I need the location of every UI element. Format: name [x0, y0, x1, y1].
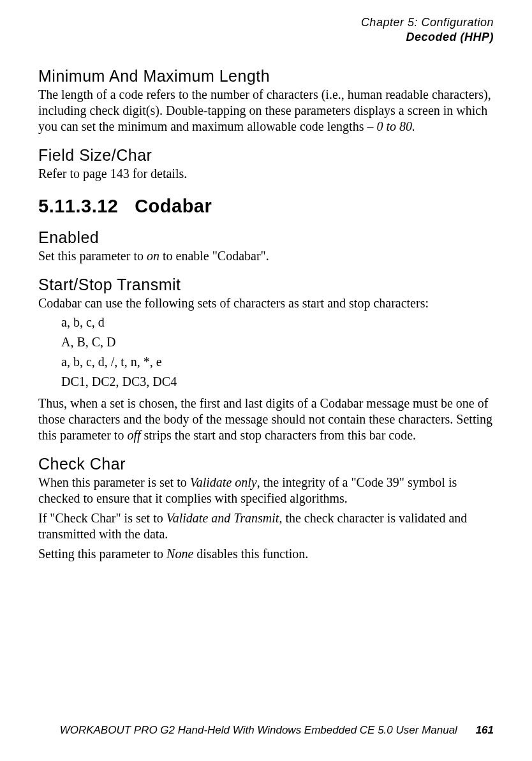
- text-italic-range: 0 to 80.: [376, 119, 415, 133]
- footer-text: WORKABOUT PRO G2 Hand-Held With Windows …: [60, 724, 457, 736]
- text-check-char-2: If "Check Char" is set to Validate and T…: [38, 510, 494, 542]
- text-fragment: to enable "Codabar".: [159, 249, 269, 263]
- heading-number: 5.11.3.12: [38, 196, 118, 216]
- heading-codabar: 5.11.3.12 Codabar: [38, 196, 494, 217]
- text-fragment: Setting this parameter to: [38, 547, 166, 561]
- text-field-size-char: Refer to page 143 for details.: [38, 166, 494, 182]
- page-footer: WORKABOUT PRO G2 Hand-Held With Windows …: [38, 724, 494, 737]
- header-section: Decoded (HHP): [38, 30, 494, 45]
- text-start-stop-intro: Codabar can use the following sets of ch…: [38, 295, 494, 311]
- text-start-stop-body: Thus, when a set is chosen, the first an…: [38, 395, 494, 443]
- heading-start-stop-transmit: Start/Stop Transmit: [38, 276, 494, 294]
- page: Chapter 5: Configuration Decoded (HHP) M…: [0, 0, 532, 761]
- heading-min-max-length: Minimum And Maximum Length: [38, 67, 494, 85]
- char-set-item: A, B, C, D: [61, 332, 494, 352]
- page-header: Chapter 5: Configuration Decoded (HHP): [38, 15, 494, 44]
- text-fragment: disables this function.: [193, 547, 308, 561]
- footer-page-number: 161: [476, 724, 494, 736]
- char-set-item: a, b, c, d: [61, 313, 494, 332]
- text-italic-off: off: [127, 428, 140, 442]
- text-fragment: The length of a code refers to the numbe…: [38, 87, 491, 133]
- heading-title: Codabar: [135, 196, 212, 216]
- text-check-char-3: Setting this parameter to None disables …: [38, 546, 494, 562]
- heading-enabled: Enabled: [38, 228, 494, 247]
- text-fragment: Set this parameter to: [38, 249, 147, 263]
- text-enabled: Set this parameter to on to enable "Coda…: [38, 248, 494, 264]
- text-fragment: When this parameter is set to: [38, 475, 190, 489]
- char-set-item: DC1, DC2, DC3, DC4: [61, 372, 494, 392]
- header-chapter: Chapter 5: Configuration: [38, 15, 494, 30]
- char-set-item: a, b, c, d, /, t, n, *, e: [61, 352, 494, 372]
- text-italic-validate-only: Validate only: [190, 475, 257, 489]
- text-fragment: strips the start and stop characters fro…: [141, 428, 417, 442]
- text-italic-none: None: [166, 547, 193, 561]
- text-italic-on: on: [147, 249, 159, 263]
- heading-check-char: Check Char: [38, 455, 494, 473]
- text-italic-validate-transmit: Validate and Transmit: [166, 511, 279, 525]
- text-check-char-1: When this parameter is set to Validate o…: [38, 475, 494, 506]
- char-set-list: a, b, c, d A, B, C, D a, b, c, d, /, t, …: [61, 313, 494, 392]
- text-min-max-length: The length of a code refers to the numbe…: [38, 87, 494, 135]
- text-fragment: If "Check Char" is set to: [38, 511, 166, 525]
- heading-field-size-char: Field Size/Char: [38, 146, 494, 165]
